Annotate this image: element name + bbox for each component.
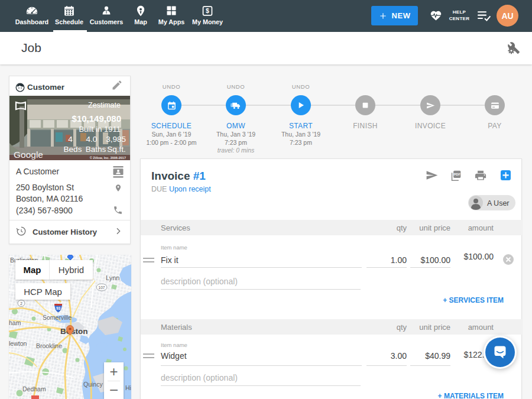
svg-text:lewton: lewton: [9, 340, 27, 347]
svg-text:107: 107: [99, 286, 105, 290]
svg-text:$: $: [206, 7, 209, 14]
svg-text:Built in 1911: Built in 1911: [79, 125, 121, 134]
svg-text:Beds: Beds: [64, 145, 82, 154]
svg-text:4.0: 4.0: [86, 135, 98, 144]
svg-text:Hi: Hi: [125, 384, 131, 391]
svg-text:Dedham: Dedham: [22, 385, 46, 392]
svg-text:Sq.ft.: Sq.ft.: [107, 145, 126, 154]
svg-text:Boston: Boston: [60, 327, 88, 336]
svg-text:Lynn: Lynn: [106, 274, 119, 281]
svg-text:$10,149,080: $10,149,080: [72, 113, 121, 124]
svg-text:PDF: PDF: [454, 173, 461, 176]
svg-text:Baths: Baths: [86, 145, 106, 154]
svg-text:93: 93: [56, 306, 61, 310]
svg-text:3,985: 3,985: [106, 135, 126, 144]
svg-text:© Zillow, Inc. 2006-2017: © Zillow, Inc. 2006-2017: [90, 156, 126, 160]
svg-text:Somerville: Somerville: [43, 314, 72, 321]
svg-text:Quincy: Quincy: [83, 381, 103, 388]
svg-text:ham: ham: [9, 319, 21, 326]
svg-text:Brookline: Brookline: [36, 342, 62, 349]
svg-text:Google: Google: [14, 150, 43, 160]
svg-text:4: 4: [68, 135, 73, 144]
svg-text:2: 2: [20, 301, 22, 306]
svg-text:Zestimate: Zestimate: [88, 101, 121, 109]
